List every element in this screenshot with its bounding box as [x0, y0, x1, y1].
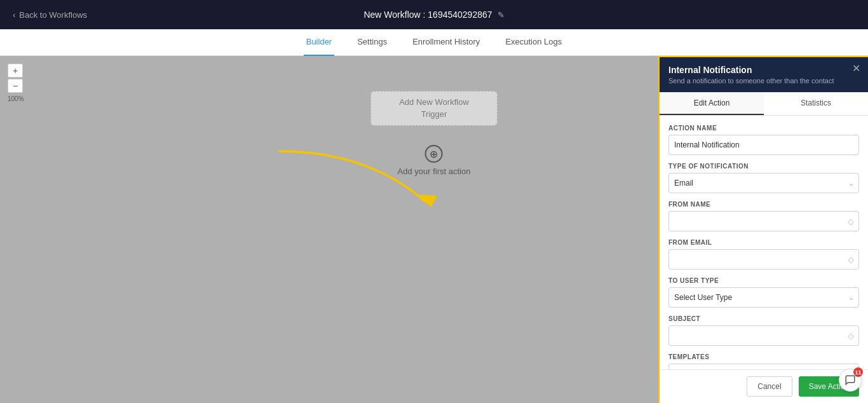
panel-title: Internal Notification — [668, 65, 859, 75]
action-name-group: ACTION NAME — [668, 125, 859, 155]
tab-enrollment-history[interactable]: Enrollment History — [410, 29, 482, 56]
add-action-button[interactable]: ⊕ — [425, 145, 443, 163]
templates-group: TEMPLATES Select Template ⌄ — [668, 353, 859, 369]
subject-input[interactable] — [668, 325, 859, 346]
action-name-input[interactable] — [668, 135, 859, 155]
edit-workflow-icon[interactable]: ✎ — [498, 10, 505, 20]
tab-builder[interactable]: Builder — [304, 29, 334, 56]
from-name-label: FROM NAME — [668, 201, 859, 208]
templates-select-wrapper: Select Template ⌄ — [668, 364, 859, 369]
zoom-out-button[interactable]: − — [8, 79, 23, 93]
panel-tab-edit-action[interactable]: Edit Action — [660, 92, 764, 115]
notification-type-select-wrapper: Email SMS Slack ⌄ — [668, 173, 859, 193]
plus-icon: ⊕ — [430, 148, 438, 160]
templates-label: TEMPLATES — [668, 353, 859, 360]
to-user-type-label: TO USER TYPE — [668, 277, 859, 284]
notification-type-group: TYPE OF NOTIFICATION Email SMS Slack ⌄ — [668, 163, 859, 193]
panel-header: Internal Notification Send a notificatio… — [660, 57, 868, 92]
zoom-controls: + − 100% — [8, 64, 24, 102]
svg-marker-0 — [419, 195, 437, 207]
workflow-name: New Workflow : 1694540292867 — [363, 10, 492, 20]
tab-settings[interactable]: Settings — [355, 29, 390, 56]
zoom-in-button[interactable]: + — [8, 64, 23, 78]
subject-group: SUBJECT ◇ — [668, 315, 859, 346]
workflow-trigger-box[interactable]: Add New WorkflowTrigger — [370, 91, 498, 126]
notification-type-select[interactable]: Email SMS Slack — [668, 173, 859, 193]
from-name-input[interactable] — [668, 211, 859, 231]
subject-input-wrapper: ◇ — [668, 325, 859, 346]
zoom-level: 100% — [8, 95, 24, 102]
tab-execution-logs[interactable]: Execution Logs — [503, 29, 564, 56]
to-user-type-select-wrapper: Select User Type Assigned User Account O… — [668, 287, 859, 308]
workflow-canvas: + − 100% Add New WorkflowTrigger ⊕ Add y… — [0, 56, 868, 403]
chat-icon — [844, 374, 856, 386]
back-label: Back to Workflows — [19, 10, 87, 20]
from-name-input-wrapper: ◇ — [668, 211, 859, 231]
chat-badge[interactable]: 11 — [839, 369, 862, 392]
chat-unread-count: 11 — [853, 367, 863, 377]
panel-tab-statistics[interactable]: Statistics — [764, 92, 868, 115]
tab-bar: Builder Settings Enrollment History Exec… — [0, 29, 868, 56]
chevron-left-icon: ‹ — [13, 10, 15, 20]
from-name-group: FROM NAME ◇ — [668, 201, 859, 231]
cancel-button[interactable]: Cancel — [747, 376, 792, 397]
to-user-type-group: TO USER TYPE Select User Type Assigned U… — [668, 277, 859, 308]
from-email-label: FROM EMAIL — [668, 239, 859, 246]
notification-type-label: TYPE OF NOTIFICATION — [668, 163, 859, 170]
from-email-input-wrapper: ◇ — [668, 249, 859, 270]
from-email-input[interactable] — [668, 249, 859, 270]
panel-footer: Cancel Save Action — [660, 369, 868, 403]
panel-tabs: Edit Action Statistics — [660, 92, 868, 116]
workflow-title: New Workflow : 1694540292867 ✎ — [363, 10, 504, 20]
panel-close-button[interactable]: ✕ — [852, 64, 860, 74]
internal-notification-panel: Internal Notification Send a notificatio… — [658, 56, 868, 403]
to-user-type-select[interactable]: Select User Type Assigned User Account O… — [668, 287, 859, 308]
action-name-label: ACTION NAME — [668, 125, 859, 132]
trigger-label: Add New WorkflowTrigger — [399, 97, 469, 120]
add-action-label: Add your first action — [398, 167, 471, 176]
add-action-area: ⊕ Add your first action — [398, 145, 471, 176]
top-nav: ‹ Back to Workflows New Workflow : 16945… — [0, 0, 868, 29]
back-to-workflows-button[interactable]: ‹ Back to Workflows — [13, 10, 87, 20]
subject-label: SUBJECT — [668, 315, 859, 322]
templates-select[interactable]: Select Template — [668, 364, 859, 369]
from-email-group: FROM EMAIL ◇ — [668, 239, 859, 270]
panel-body: ACTION NAME TYPE OF NOTIFICATION Email S… — [660, 116, 868, 369]
panel-subtitle: Send a notification to someone other tha… — [668, 77, 859, 85]
